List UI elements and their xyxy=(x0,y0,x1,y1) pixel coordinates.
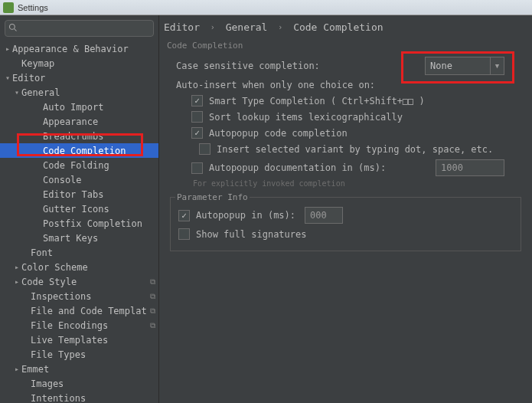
settings-sidebar: ▸Appearance & BehaviorKeymap▾Editor▾Gene… xyxy=(0,15,159,403)
sidebar-item-file-encodings[interactable]: File Encodings⧉ xyxy=(0,318,158,333)
sort-lex-checkbox[interactable] xyxy=(191,111,203,123)
sidebar-item-editor[interactable]: ▾Editor xyxy=(0,70,158,85)
sidebar-item-label: Font xyxy=(31,247,155,258)
chevron-down-icon: ▾ xyxy=(12,88,21,97)
chevron-right-icon: ▸ xyxy=(12,365,21,373)
case-sensitive-value: None xyxy=(430,61,452,71)
titlebar: Settings xyxy=(0,0,532,15)
sidebar-item-label: Editor xyxy=(12,73,155,84)
sidebar-item-appearance-behavior[interactable]: ▸Appearance & Behavior xyxy=(0,41,158,56)
sidebar-item-label: File Encodings xyxy=(31,320,146,331)
sidebar-item-label: Intentions xyxy=(31,393,155,404)
insert-variant-checkbox[interactable] xyxy=(199,143,211,155)
scope-badge-icon: ⧉ xyxy=(146,292,155,301)
sidebar-item-label: Appearance xyxy=(43,116,155,127)
chevron-right-icon: ▸ xyxy=(12,277,21,286)
sidebar-item-keymap[interactable]: Keymap xyxy=(0,56,158,70)
sidebar-item-label: Appearance & Behavior xyxy=(12,44,155,54)
app-icon xyxy=(3,2,14,13)
crumb-general[interactable]: General xyxy=(226,21,268,33)
show-full-sig-checkbox[interactable] xyxy=(178,228,190,240)
sidebar-item-code-style[interactable]: ▸Code Style⧉ xyxy=(0,274,158,289)
sidebar-item-intentions[interactable]: Intentions xyxy=(0,391,158,403)
scope-badge-icon: ⧉ xyxy=(146,306,155,316)
section-title: Code Completion xyxy=(167,41,524,51)
sidebar-item-label: Emmet xyxy=(21,364,155,375)
crumb-code-completion: Code Completion xyxy=(293,21,383,33)
breadcrumb: Editor › General › Code Completion xyxy=(159,18,532,41)
chevron-right-icon: › xyxy=(278,23,282,31)
chevron-down-icon: ▼ xyxy=(490,57,504,74)
sidebar-item-images[interactable]: Images xyxy=(0,376,158,391)
svg-point-0 xyxy=(10,25,15,30)
autopopup-doc-label: Autopopup documentation in (ms): xyxy=(209,162,386,173)
case-sensitive-dropdown[interactable]: None ▼ xyxy=(425,57,504,75)
autopopup-doc-checkbox[interactable] xyxy=(191,162,203,174)
autopopup-param-input[interactable] xyxy=(305,207,343,224)
show-full-sig-label: Show full signatures xyxy=(196,229,307,240)
chevron-down-icon: ▾ xyxy=(3,74,12,82)
sidebar-item-font[interactable]: Font xyxy=(0,245,158,260)
sort-lex-label: Sort lookup items lexicographically xyxy=(209,112,403,123)
sidebar-item-appearance[interactable]: Appearance xyxy=(0,114,158,129)
sidebar-item-auto-import[interactable]: Auto Import xyxy=(0,100,158,114)
sidebar-item-color-scheme[interactable]: ▸Color Scheme xyxy=(0,260,158,274)
smart-type-checkbox[interactable] xyxy=(191,95,203,106)
autopopup-code-checkbox[interactable] xyxy=(191,127,203,139)
crumb-editor[interactable]: Editor xyxy=(164,21,200,33)
chevron-right-icon: ▸ xyxy=(12,263,21,271)
sidebar-item-inspections[interactable]: Inspections⧉ xyxy=(0,289,158,303)
sidebar-item-label: Auto Import xyxy=(43,102,155,113)
sidebar-item-label: General xyxy=(21,87,155,98)
sidebar-item-label: Breadcrumbs xyxy=(43,131,155,142)
sidebar-item-label: Code Folding xyxy=(43,160,155,171)
sidebar-item-breadcrumbs[interactable]: Breadcrumbs xyxy=(0,129,158,143)
smart-type-label: Smart Type Completion ( Ctrl+Shift+□□ ) xyxy=(209,96,425,106)
sidebar-item-smart-keys[interactable]: Smart Keys xyxy=(0,231,158,245)
sidebar-item-label: Smart Keys xyxy=(43,233,155,244)
window-title: Settings xyxy=(18,3,48,12)
sidebar-item-postfix-completion[interactable]: Postfix Completion xyxy=(0,216,158,231)
sidebar-item-label: Live Templates xyxy=(31,335,155,346)
sidebar-item-label: File and Code Templates xyxy=(31,306,146,316)
case-sensitive-label: Case sensitive completion: xyxy=(176,61,320,71)
sidebar-item-emmet[interactable]: ▸Emmet xyxy=(0,362,158,376)
autopopup-param-checkbox[interactable] xyxy=(178,210,190,221)
sidebar-item-label: Images xyxy=(31,378,155,389)
sidebar-item-label: Gutter Icons xyxy=(43,204,155,215)
autopopup-doc-input[interactable] xyxy=(436,159,504,176)
parameter-info-fieldset: Parameter Info Autopopup in (ms): Show f… xyxy=(170,192,521,251)
settings-main: Editor › General › Code Completion Code … xyxy=(159,15,532,403)
sidebar-item-label: Postfix Completion xyxy=(43,218,155,229)
parameter-info-legend: Parameter Info xyxy=(175,192,250,202)
sidebar-item-console[interactable]: Console xyxy=(0,172,158,187)
sidebar-item-code-completion[interactable]: Code Completion xyxy=(0,143,158,158)
sidebar-item-label: Color Scheme xyxy=(21,262,155,273)
sidebar-item-live-templates[interactable]: Live Templates xyxy=(0,333,158,347)
sidebar-item-label: Editor Tabs xyxy=(43,189,155,200)
search-icon xyxy=(8,23,18,32)
sidebar-item-editor-tabs[interactable]: Editor Tabs xyxy=(0,187,158,202)
sidebar-item-file-types[interactable]: File Types xyxy=(0,347,158,362)
svg-line-1 xyxy=(15,29,17,31)
autopopup-code-label: Autopopup code completion xyxy=(209,128,348,139)
sidebar-item-label: File Types xyxy=(31,349,155,360)
sidebar-item-general[interactable]: ▾General xyxy=(0,85,158,100)
autopopup-param-label: Autopopup in (ms): xyxy=(196,210,295,221)
sidebar-item-label: Inspections xyxy=(31,291,146,302)
auto-insert-label: Auto-insert when only one choice on: xyxy=(176,80,375,90)
insert-variant-label: Insert selected variant by typing dot, s… xyxy=(217,144,493,155)
chevron-right-icon: ▸ xyxy=(3,44,12,53)
settings-tree: ▸Appearance & BehaviorKeymap▾Editor▾Gene… xyxy=(0,40,158,403)
sidebar-item-gutter-icons[interactable]: Gutter Icons xyxy=(0,202,158,216)
sidebar-item-label: Code Style xyxy=(21,277,146,287)
sidebar-item-file-and-code-templates[interactable]: File and Code Templates⧉ xyxy=(0,303,158,318)
sidebar-item-label: Keymap xyxy=(21,58,155,69)
sidebar-item-label: Code Completion xyxy=(43,146,155,156)
sidebar-item-label: Console xyxy=(43,175,155,185)
sidebar-item-code-folding[interactable]: Code Folding xyxy=(0,158,158,172)
scope-badge-icon: ⧉ xyxy=(146,321,155,330)
search-input[interactable] xyxy=(5,20,154,37)
scope-badge-icon: ⧉ xyxy=(146,277,155,287)
autopopup-doc-hint: For explicitly invoked completion xyxy=(167,179,524,188)
